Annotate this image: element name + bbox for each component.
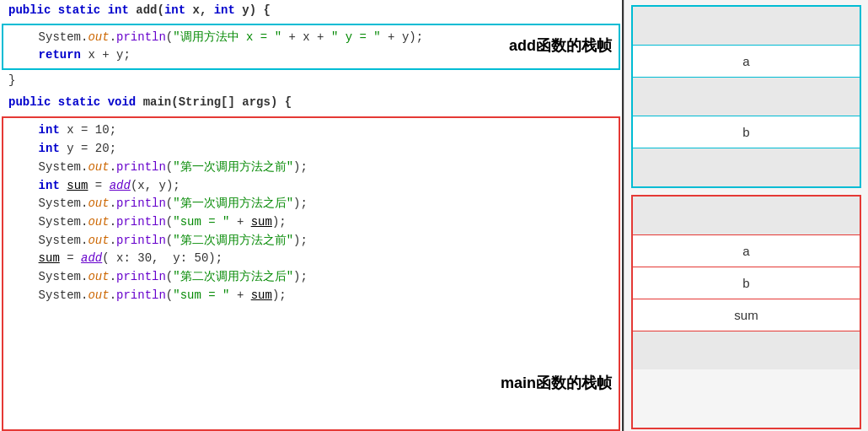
add-stack-empty-top [633,7,860,46]
main-stack-empty-top [633,197,860,235]
main-line-2: int y = 20; [10,140,612,159]
add-stack-frame: a b [631,5,861,188]
main-stack-sum: sum [633,299,860,331]
main-line-4: int sum = add(x, y); [10,177,612,196]
code-panel: public static int add(int x, int y) { Sy… [0,0,624,431]
main-line-7: System.out.println("第二次调用方法之前"); [10,232,612,251]
main-line-3: System.out.println("第一次调用方法之前"); [10,159,612,177]
main-function-block: int x = 10; int y = 20; System.out.print… [2,116,620,431]
add-stack-a: a [633,46,860,78]
main-stack-frame: a b sum [631,195,861,429]
main-frame-label: main函数的栈帧 [501,372,612,396]
add-stack-empty-mid [633,78,860,116]
add-function-header: public static int add(int x, int y) { [0,0,622,22]
add-stack-empty-bot [633,148,860,186]
add-close-brace: } [0,70,622,92]
main-stack-a: a [633,235,860,267]
add-frame-label: add函数的栈帧 [509,35,612,58]
main-line-10: System.out.println("sum = " + sum); [10,287,612,305]
main-line-1: int x = 10; [10,121,612,140]
add-function-block: System.out.println("调用方法中 x = " + x + " … [2,24,620,70]
main-stack-b: b [633,267,860,299]
main-stack-empty-bot [633,331,860,369]
main-line-8: sum = add( x: 30, y: 50); [10,250,612,268]
add-stack-b: b [633,116,860,148]
main-line-5: System.out.println("第一次调用方法之后"); [10,195,612,213]
main-line-9: System.out.println("第二次调用方法之后"); [10,268,612,287]
stack-panel: a b a b sum [624,0,868,431]
main-function-header: public static void main(String[] args) { [0,92,622,114]
main-line-6: System.out.println("sum = " + sum); [10,213,612,232]
